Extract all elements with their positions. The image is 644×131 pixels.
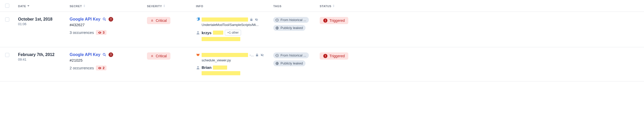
header-severity-label: SEVERITY: [147, 5, 162, 8]
svg-point-2: [197, 31, 199, 33]
globe-icon: [275, 62, 279, 65]
alert-icon: !: [323, 54, 327, 58]
redacted-line: [202, 37, 240, 41]
date-value: October 1st, 2018: [18, 17, 70, 22]
alert-icon: !: [323, 18, 327, 23]
globe-icon: [275, 26, 279, 30]
tag-historical[interactable]: From historical ...: [273, 52, 309, 58]
select-all-checkbox[interactable]: [5, 4, 9, 8]
table-row[interactable]: February 7th, 2012 09:41 Google API Key …: [0, 47, 644, 81]
header-date[interactable]: DATE: [18, 5, 30, 8]
magnify-icon[interactable]: [102, 17, 106, 21]
redacted-user-suffix: [213, 31, 223, 35]
header-info: INFO: [196, 5, 203, 8]
header-date-label: DATE: [18, 5, 26, 8]
table-header-row: DATE SECRET SEVERITY: [0, 0, 644, 12]
visibility-off-icon: [255, 18, 258, 21]
user-name: krzys: [202, 31, 211, 35]
status-badge: ! Triggered: [320, 17, 348, 24]
occurrences-text: 2 occurrences: [70, 66, 94, 70]
occurrences-badge: 3: [96, 30, 106, 35]
time-value: 01:06: [18, 22, 70, 26]
status-badge: ! Triggered: [320, 52, 348, 60]
visibility-off-icon: [260, 53, 264, 57]
svg-point-6: [197, 66, 199, 67]
alert-icon: !: [109, 17, 113, 22]
file-path: UndertaleModTool/SampleScripts/Mi...: [202, 23, 273, 27]
sort-icon: [163, 5, 166, 8]
secret-id: #21025: [70, 58, 147, 62]
severity-badge: Critical: [147, 52, 170, 60]
date-value: February 7th, 2012: [18, 52, 70, 57]
occurrences-count: 3: [103, 31, 104, 34]
eye-icon: [98, 31, 102, 34]
svg-line-5: [105, 55, 106, 56]
history-icon: [275, 18, 279, 22]
tag-text: From historical ...: [280, 18, 306, 22]
row-checkbox[interactable]: [5, 53, 9, 57]
severity-text: Critical: [156, 54, 167, 58]
header-secret[interactable]: SECRET: [70, 5, 86, 8]
svg-line-1: [105, 20, 106, 21]
sort-icon: [332, 5, 335, 8]
secret-name-link[interactable]: Google API Key: [70, 52, 100, 57]
redacted-repo: [202, 17, 248, 22]
tag-text: Publicly leaked: [280, 26, 303, 30]
user-icon: [196, 66, 200, 70]
svg-point-4: [103, 53, 105, 55]
header-info-label: INFO: [196, 5, 203, 8]
status-text: Triggered: [329, 54, 345, 58]
redacted-repo: [202, 53, 248, 57]
header-severity[interactable]: SEVERITY: [147, 5, 166, 8]
azure-devops-icon: [196, 17, 200, 22]
lock-icon: [255, 53, 259, 57]
user-name: Brian: [202, 65, 211, 70]
tag-text: From historical ...: [280, 53, 306, 57]
sort-icon: [83, 5, 86, 8]
secret-id: #432627: [70, 23, 147, 27]
redacted-user-suffix: [213, 66, 227, 70]
magnify-icon[interactable]: [102, 53, 106, 57]
alert-icon: !: [109, 52, 113, 57]
severity-badge: Critical: [147, 17, 170, 24]
header-tags: TAGS: [273, 5, 282, 8]
header-status-label: STATUS: [320, 5, 331, 8]
header-secret-label: SECRET: [70, 5, 82, 8]
tag-publicly-leaked[interactable]: Publicly leaked: [273, 25, 306, 31]
occurrences-count: 2: [103, 66, 104, 70]
double-chevron-up-icon: [151, 19, 154, 22]
secret-name-link[interactable]: Google API Key: [70, 17, 100, 22]
occurrences-text: 3 occurrences: [70, 30, 94, 35]
severity-text: Critical: [156, 18, 167, 23]
row-checkbox[interactable]: [5, 17, 9, 22]
time-value: 09:41: [18, 58, 70, 61]
secrets-table: DATE SECRET SEVERITY: [0, 0, 644, 81]
tag-publicly-leaked[interactable]: Publicly leaked: [273, 60, 306, 66]
file-path: schedule_viewer.py: [202, 58, 273, 62]
double-chevron-up-icon: [151, 54, 154, 58]
lock-icon: [250, 18, 253, 21]
tag-historical[interactable]: From historical ...: [273, 17, 309, 23]
redacted-line: [202, 71, 240, 75]
history-icon: [275, 54, 279, 57]
header-tags-label: TAGS: [273, 5, 282, 8]
chevron-down-icon: [27, 5, 30, 8]
occurrences-badge: 2: [96, 66, 106, 70]
eye-icon: [98, 66, 102, 70]
table-row[interactable]: October 1st, 2018 01:06 Google API Key !…: [0, 12, 644, 47]
gitlab-icon: [196, 52, 200, 57]
tag-text: Publicly leaked: [280, 61, 303, 65]
svg-point-0: [103, 18, 105, 20]
user-icon: [196, 31, 200, 35]
header-status[interactable]: STATUS: [320, 5, 335, 8]
plus-other-badge[interactable]: +1 other: [225, 30, 241, 35]
ellipsis: -...: [250, 53, 254, 57]
status-text: Triggered: [329, 18, 345, 23]
